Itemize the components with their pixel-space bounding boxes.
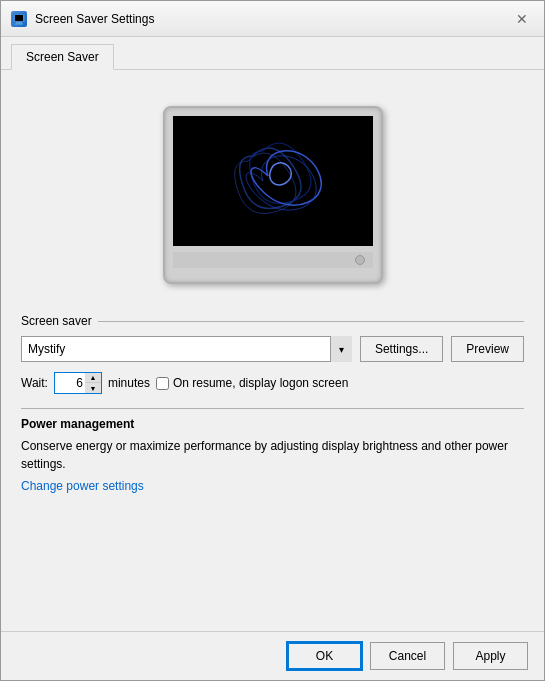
screensaver-select[interactable]: Mystify (None) Blank Bubbles Photos Ribb…	[21, 336, 352, 362]
logon-checkbox[interactable]	[156, 377, 169, 390]
settings-button[interactable]: Settings...	[360, 336, 443, 362]
wait-row: Wait: ▲ ▼ minutes On resume, display log…	[21, 372, 524, 394]
title-bar: Screen Saver Settings ✕	[1, 1, 544, 37]
monitor-button	[355, 255, 365, 265]
section-label: Screen saver	[21, 314, 92, 328]
ok-button[interactable]: OK	[287, 642, 362, 670]
main-content: Screen saver Mystify (None) Blank Bubble…	[1, 70, 544, 631]
monitor-base	[173, 252, 373, 268]
tab-screen-saver[interactable]: Screen Saver	[11, 44, 114, 70]
section-header: Screen saver	[21, 314, 524, 328]
spinner-up-button[interactable]: ▲	[85, 373, 101, 383]
power-link[interactable]: Change power settings	[21, 479, 144, 493]
svg-rect-4	[173, 116, 373, 246]
logon-checkbox-label: On resume, display logon screen	[173, 376, 348, 390]
svg-rect-3	[15, 23, 23, 24]
wait-input[interactable]	[55, 373, 85, 393]
svg-rect-2	[16, 22, 22, 24]
button-bar: OK Cancel Apply	[1, 631, 544, 680]
power-title: Power management	[21, 417, 524, 431]
wait-spinner[interactable]: ▲ ▼	[54, 372, 102, 394]
wait-label: Wait:	[21, 376, 48, 390]
close-button[interactable]: ✕	[510, 7, 534, 31]
app-icon	[11, 11, 27, 27]
apply-button[interactable]: Apply	[453, 642, 528, 670]
cancel-button[interactable]: Cancel	[370, 642, 445, 670]
window: Screen Saver Settings ✕ Screen Saver	[0, 0, 545, 681]
preview-button[interactable]: Preview	[451, 336, 524, 362]
power-section: Power management Conserve energy or maxi…	[21, 408, 524, 493]
title-bar-left: Screen Saver Settings	[11, 11, 154, 27]
monitor-screen	[173, 116, 373, 246]
monitor	[163, 106, 383, 284]
screensaver-select-wrapper: Mystify (None) Blank Bubbles Photos Ribb…	[21, 336, 352, 362]
spinner-buttons: ▲ ▼	[85, 373, 101, 393]
spinner-down-button[interactable]: ▼	[85, 383, 101, 393]
svg-rect-1	[15, 15, 23, 21]
minutes-label: minutes	[108, 376, 150, 390]
monitor-area	[21, 86, 524, 314]
window-title: Screen Saver Settings	[35, 12, 154, 26]
screensaver-controls-row: Mystify (None) Blank Bubbles Photos Ribb…	[21, 336, 524, 362]
logon-checkbox-wrapper: On resume, display logon screen	[156, 376, 348, 390]
tab-bar: Screen Saver	[1, 37, 544, 70]
divider	[98, 321, 524, 322]
power-description: Conserve energy or maximize performance …	[21, 437, 524, 473]
